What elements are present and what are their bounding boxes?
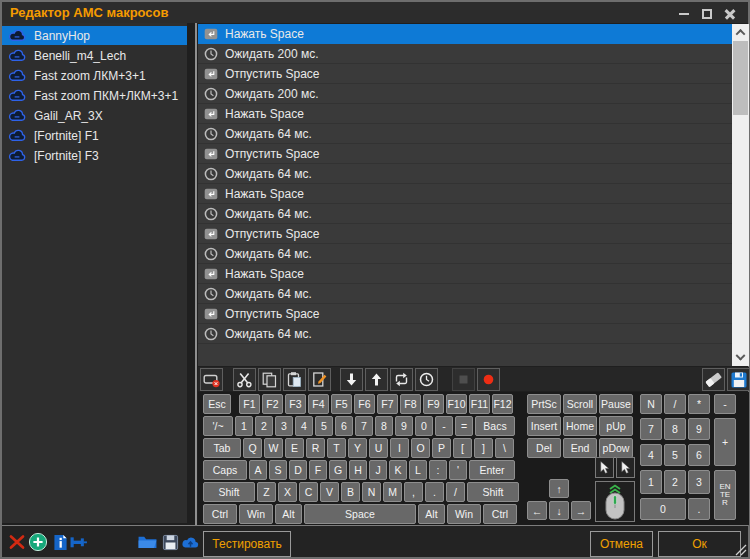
key--[interactable]: \ (495, 438, 514, 458)
key-win[interactable]: Win (239, 504, 273, 524)
key--[interactable]: → (571, 501, 591, 520)
action-list-item[interactable]: Ожидать 64 мс. (198, 124, 732, 144)
close-button[interactable] (722, 6, 738, 21)
test-button[interactable]: Тестировать (203, 531, 291, 557)
key-del[interactable]: Del (527, 438, 561, 458)
key-q[interactable]: Q (243, 438, 262, 458)
key--[interactable]: ← (527, 501, 547, 520)
macro-list-item[interactable]: Galil_AR_3X (2, 106, 187, 125)
copy-button[interactable] (258, 368, 281, 391)
open-macro-button[interactable] (136, 532, 158, 552)
key--[interactable]: , (404, 482, 423, 502)
stop-button[interactable] (452, 368, 475, 391)
macro-list-item[interactable]: Fast zoom ЛКМ+3+1 (2, 66, 187, 85)
key-insert[interactable]: Insert (527, 416, 561, 436)
key-f1[interactable]: F1 (239, 394, 260, 414)
key-6[interactable]: 6 (335, 416, 353, 436)
key-f3[interactable]: F3 (285, 394, 306, 414)
key-h[interactable]: H (349, 460, 367, 480)
pin-macro-button[interactable] (67, 532, 89, 552)
key-f10[interactable]: F10 (446, 394, 467, 414)
key-x[interactable]: X (278, 482, 297, 502)
save-button[interactable] (727, 368, 750, 391)
action-list-item[interactable]: Отпустить Space (198, 304, 732, 324)
key-win[interactable]: Win (447, 504, 481, 524)
mouse-left-click-button[interactable] (595, 457, 614, 478)
action-list-item[interactable]: Отпустить Space (198, 224, 732, 244)
key-k[interactable]: K (389, 460, 407, 480)
key-5[interactable]: 5 (664, 444, 686, 466)
move-down-button[interactable] (340, 368, 363, 391)
key-0[interactable]: 0 (415, 416, 433, 436)
key-v[interactable]: V (320, 482, 339, 502)
key-n[interactable]: N (362, 482, 381, 502)
add-macro-button[interactable] (27, 532, 49, 552)
key-home[interactable]: Home (563, 416, 597, 436)
action-list-item[interactable]: Ожидать 64 мс. (198, 324, 732, 344)
mouse-button[interactable] (595, 481, 635, 522)
key-n[interactable]: N (640, 394, 662, 414)
key-s[interactable]: S (269, 460, 287, 480)
key--[interactable]: ↓ (549, 501, 569, 520)
key--[interactable]: ] (474, 438, 493, 458)
key--[interactable]: ↑ (549, 479, 569, 498)
key-7[interactable]: 7 (355, 416, 373, 436)
key--[interactable]: [ (453, 438, 472, 458)
key-p[interactable]: P (432, 438, 451, 458)
key-o[interactable]: O (411, 438, 430, 458)
key-8[interactable]: 8 (664, 418, 686, 440)
key-4[interactable]: 4 (640, 444, 662, 466)
action-list-item[interactable]: Нажать Space (198, 104, 732, 124)
key-pdow[interactable]: pDow (599, 438, 633, 458)
action-list-item[interactable]: Ожидать 64 мс. (198, 204, 732, 224)
key-f7[interactable]: F7 (377, 394, 398, 414)
action-list-item[interactable]: Нажать Space (198, 24, 732, 44)
key-5[interactable]: 5 (315, 416, 333, 436)
key--[interactable]: * (688, 394, 710, 414)
key-end[interactable]: End (563, 438, 597, 458)
key-z[interactable]: Z (257, 482, 276, 502)
key-space[interactable]: Space (304, 504, 416, 524)
key-1[interactable]: 1 (640, 470, 662, 494)
key-u[interactable]: U (369, 438, 388, 458)
key-f2[interactable]: F2 (262, 394, 283, 414)
ok-button[interactable]: Ок (658, 531, 741, 557)
key-esc[interactable]: Esc (203, 394, 231, 414)
key-d[interactable]: D (289, 460, 307, 480)
key-f4[interactable]: F4 (308, 394, 329, 414)
key--[interactable]: + (714, 418, 736, 466)
key-4[interactable]: 4 (295, 416, 313, 436)
loop-button[interactable] (390, 368, 413, 391)
key-f12[interactable]: F12 (492, 394, 513, 414)
key-prtsc[interactable]: PrtSc (527, 394, 561, 414)
key-ctrl[interactable]: Ctrl (203, 504, 237, 524)
key--[interactable]: = (455, 416, 473, 436)
key-8[interactable]: 8 (375, 416, 393, 436)
key-shift[interactable]: Shift (203, 482, 255, 502)
action-list-scrollbar[interactable] (732, 24, 749, 366)
key--[interactable]: / (446, 482, 465, 502)
key-l[interactable]: L (409, 460, 427, 480)
scrollbar-thumb[interactable] (733, 41, 748, 115)
key-pup[interactable]: pUp (599, 416, 633, 436)
key-c[interactable]: C (299, 482, 318, 502)
key-6[interactable]: 6 (688, 444, 710, 466)
key-f6[interactable]: F6 (354, 394, 375, 414)
key--[interactable]: . (425, 482, 444, 502)
import-macro-button[interactable] (159, 532, 181, 552)
edit-button[interactable] (308, 368, 331, 391)
macro-list-item[interactable]: Benelli_m4_Lech (2, 46, 187, 65)
key-3[interactable]: 3 (688, 470, 710, 494)
action-list-item[interactable]: Нажать Space (198, 184, 732, 204)
key-alt[interactable]: Alt (418, 504, 445, 524)
key-9[interactable]: 9 (395, 416, 413, 436)
key-scroll[interactable]: Scroll (563, 394, 597, 414)
action-list-item[interactable]: Отпустить Space (198, 144, 732, 164)
key-f5[interactable]: F5 (331, 394, 352, 414)
key-3[interactable]: 3 (275, 416, 293, 436)
key-2[interactable]: 2 (664, 470, 686, 494)
key-bacs[interactable]: Bacs (475, 416, 515, 436)
key-b[interactable]: B (341, 482, 360, 502)
record-button[interactable] (477, 368, 500, 391)
action-list-item[interactable]: Ожидать 64 мс. (198, 284, 732, 304)
